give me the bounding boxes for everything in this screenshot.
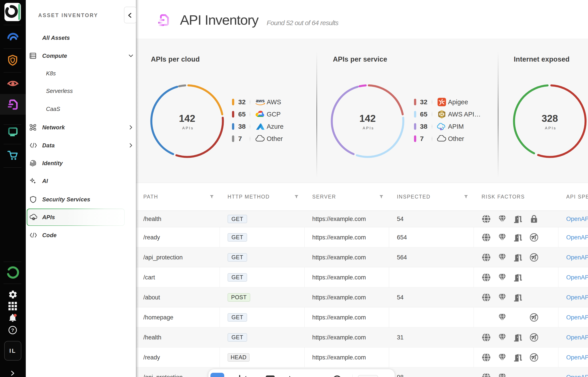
svg-text:?: ? — [11, 328, 14, 333]
svg-text:aws: aws — [256, 98, 265, 103]
